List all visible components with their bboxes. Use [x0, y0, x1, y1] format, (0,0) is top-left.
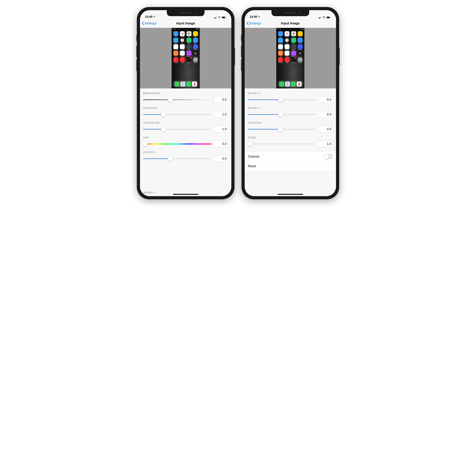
- slider-value[interactable]: 0.0: [214, 97, 228, 103]
- slider-value[interactable]: 0.0: [214, 141, 228, 147]
- svg-text:tv: tv: [195, 52, 196, 55]
- svg-rect-34: [175, 82, 179, 87]
- slider-label: CONTRAST: [143, 107, 228, 109]
- svg-rect-13: [173, 38, 178, 43]
- row-reset[interactable]: Reset: [245, 162, 336, 171]
- svg-rect-23: [180, 51, 185, 56]
- slider-track[interactable]: [143, 127, 211, 131]
- svg-rect-51: [298, 31, 303, 36]
- toggle[interactable]: [324, 154, 333, 159]
- slider-label: ZOOM: [248, 136, 333, 139]
- svg-rect-19: [180, 44, 185, 49]
- signal-icon: [214, 16, 217, 19]
- back-button[interactable]: Settings: [142, 21, 156, 25]
- nav-bar: Settings Input Image: [140, 19, 231, 28]
- svg-point-33: [195, 59, 196, 60]
- slider-zoom: ZOOM 1.0: [245, 135, 336, 149]
- slider-value[interactable]: 0.0: [318, 126, 333, 132]
- svg-rect-2: [226, 17, 226, 18]
- slider-track[interactable]: [143, 112, 211, 117]
- svg-rect-1: [222, 17, 225, 18]
- image-preview[interactable]: 10:41◢▬ ◆ ▮Почта30КалендарьФотоUlyssesDa…: [245, 28, 336, 89]
- battery-icon: [326, 16, 331, 19]
- slider-label: OFFSET X: [248, 92, 333, 95]
- svg-rect-59: [291, 44, 296, 49]
- slider-label: HUE: [143, 136, 228, 139]
- svg-rect-52: [278, 38, 283, 43]
- location-icon: [258, 15, 260, 19]
- slider-label: BRIGHTNESS: [143, 92, 228, 95]
- status-time: 14:40: [250, 15, 257, 19]
- slider-offset-y: OFFSET Y 0.0: [245, 105, 336, 120]
- svg-point-50: [294, 33, 296, 34]
- slider-track[interactable]: [248, 112, 316, 117]
- slider-label: OFFSET X: [143, 151, 228, 154]
- svg-rect-22: [173, 51, 178, 56]
- slider-label: SATURATION: [143, 121, 228, 124]
- slider-contrast: CONTRAST 1.0: [140, 105, 231, 120]
- slider-brightness: BRIGHTNESS 0.0: [140, 90, 231, 105]
- chevron-left-icon: [246, 21, 249, 25]
- svg-rect-37: [186, 82, 191, 87]
- svg-rect-18: [173, 44, 178, 49]
- slider-track[interactable]: [143, 156, 211, 161]
- slider-track[interactable]: [143, 141, 211, 146]
- svg-rect-62: [285, 51, 289, 56]
- slider-value[interactable]: 1.0: [214, 126, 228, 132]
- image-preview[interactable]: 10:41◢▬ ◆ ▮Почта30КалендарьФотоUlyssesDa…: [140, 28, 231, 89]
- slider-offset-x: OFFSET X 0.0: [245, 90, 336, 105]
- slider-value[interactable]: 0.0: [214, 156, 228, 162]
- slider-value[interactable]: 0.0: [318, 111, 333, 118]
- battery-icon: [222, 16, 226, 19]
- svg-rect-40: [327, 17, 330, 18]
- back-label: Settings: [249, 21, 261, 25]
- svg-text:30: 30: [286, 33, 288, 35]
- nav-bar: Settings Input Image: [245, 19, 336, 28]
- slider-track[interactable]: [248, 141, 316, 146]
- svg-rect-67: [285, 57, 289, 62]
- svg-rect-3: [173, 31, 178, 36]
- sliders-panel: BRIGHTNESS 0.0 CONTRAST 1.0 SATURATION 1…: [140, 89, 231, 196]
- svg-rect-41: [331, 17, 331, 18]
- svg-rect-21: [193, 44, 198, 49]
- svg-rect-61: [278, 51, 283, 56]
- svg-rect-27: [173, 57, 178, 62]
- location-icon: [153, 15, 155, 19]
- svg-point-49: [291, 33, 294, 34]
- home-indicator[interactable]: [278, 194, 303, 195]
- slider-track[interactable]: [248, 127, 316, 131]
- svg-rect-60: [298, 44, 303, 49]
- svg-rect-24: [187, 51, 191, 56]
- home-indicator[interactable]: [173, 194, 198, 195]
- wifi-icon: [323, 16, 325, 19]
- slider-value[interactable]: 1.0: [318, 141, 333, 147]
- slider-value[interactable]: 1.0: [214, 111, 228, 118]
- svg-rect-63: [291, 51, 296, 56]
- wifi-icon: [218, 16, 221, 19]
- slider-label: ROTATION: [248, 121, 333, 124]
- chevron-left-icon: [142, 21, 144, 25]
- svg-text:30: 30: [181, 33, 184, 35]
- svg-rect-42: [278, 31, 283, 36]
- sliders-panel: OFFSET X 0.0 OFFSET Y 0.0 ROTATION 0.0 Z…: [245, 89, 336, 196]
- phone-left: 14:40 Settings Input Image: [137, 7, 235, 199]
- slider-track[interactable]: [143, 97, 211, 102]
- row-colorize[interactable]: Colorize: [245, 151, 336, 162]
- svg-point-69: [295, 57, 296, 59]
- svg-rect-28: [180, 57, 185, 62]
- svg-point-30: [190, 57, 191, 59]
- notch: [167, 10, 205, 16]
- slider-value[interactable]: 0.0: [318, 97, 333, 103]
- signal-icon: [319, 16, 322, 19]
- slider-track[interactable]: [248, 97, 316, 102]
- status-time: 14:40: [145, 15, 153, 19]
- slider-label: OFFSET Y: [248, 107, 333, 109]
- slider-saturation: SATURATION 1.0: [140, 120, 231, 135]
- slider-hue: HUE 0.0: [140, 135, 231, 149]
- svg-rect-58: [285, 44, 289, 49]
- back-button[interactable]: Settings: [246, 21, 261, 25]
- svg-rect-17: [193, 38, 198, 43]
- svg-rect-76: [291, 82, 296, 87]
- slider-offset-x: OFFSET X 0.0: [140, 149, 231, 164]
- svg-rect-16: [187, 38, 191, 43]
